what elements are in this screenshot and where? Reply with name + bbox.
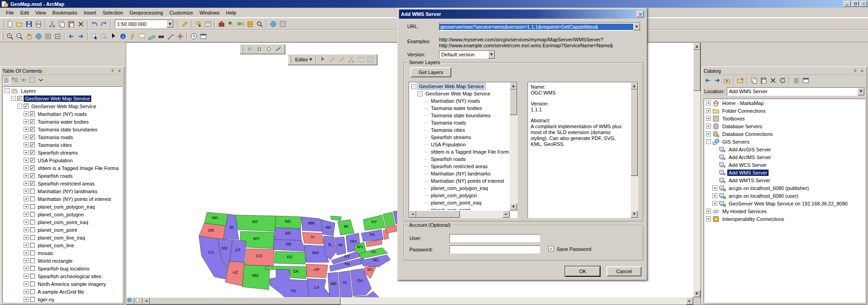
pan-button[interactable] — [25, 32, 34, 41]
location-combobox[interactable]: Add WMS Server ▼ — [727, 87, 865, 96]
catalog-item[interactable]: +Interoperability Connections — [704, 215, 865, 223]
scroll-thumb[interactable] — [631, 90, 638, 176]
scroll-thumb[interactable] — [150, 297, 340, 305]
dialog-title-bar[interactable]: Add WMS Server — [399, 10, 646, 19]
wms-tree-layer[interactable]: sfdem is a Tagged Image File Form — [409, 148, 509, 155]
toc-layer[interactable]: +Spearfish archeological sites — [3, 272, 122, 280]
visibility-checkbox[interactable] — [30, 227, 35, 232]
expand-toggle[interactable]: + — [712, 201, 717, 206]
toc-layer[interactable]: +planet_osm_polygon — [3, 210, 122, 218]
cancel-button[interactable]: Cancel — [607, 266, 641, 276]
expand-toggle[interactable]: - — [5, 88, 10, 93]
visibility-checkbox[interactable]: ✓ — [30, 173, 35, 178]
toc-layer[interactable]: +World rectangle — [3, 257, 122, 265]
expand-toggle[interactable]: + — [24, 227, 29, 232]
fixed-zoom-in-button[interactable] — [44, 32, 53, 41]
wms-tree-group[interactable]: -GeoServer Web Map Service — [409, 90, 509, 97]
time-slider-button[interactable] — [189, 32, 198, 41]
visibility-checkbox[interactable]: ✓ — [30, 111, 35, 116]
expand-toggle[interactable]: + — [24, 297, 29, 302]
restore-button[interactable] — [852, 1, 859, 7]
expand-toggle[interactable]: + — [706, 124, 711, 129]
edit-pencil-button[interactable] — [180, 20, 189, 29]
close-icon[interactable] — [116, 68, 123, 74]
catalog-item[interactable]: +Database Connections — [704, 130, 865, 138]
expand-toggle[interactable]: + — [24, 235, 29, 240]
url-dropdown-arrow[interactable]: ▼ — [633, 23, 640, 30]
select-elements-button[interactable] — [109, 32, 118, 41]
toc-layer[interactable]: +✓Tasmania roads — [3, 133, 122, 141]
catalog-window-button[interactable] — [246, 20, 255, 29]
select-elements-button[interactable] — [318, 55, 327, 64]
visibility-checkbox[interactable] — [30, 250, 35, 255]
toc-layer[interactable]: +North America sample imagery — [3, 280, 122, 288]
zoom-in-button[interactable] — [5, 32, 15, 41]
wms-tree-layer[interactable]: Spearfish restricted areas — [409, 163, 509, 170]
create-features-button[interactable] — [337, 55, 346, 64]
url-combobox[interactable]: geoserver/ows?service=wms&version=1.1.1&… — [439, 22, 641, 31]
scroll-down-arrow[interactable]: ▼ — [631, 210, 638, 218]
ok-button[interactable]: OK — [565, 266, 600, 276]
arcscene-button[interactable] — [278, 20, 287, 29]
zoom-out-button[interactable] — [15, 32, 24, 41]
wms-tree-layer[interactable]: Tasmania water bodies — [409, 105, 509, 112]
catalog-item[interactable]: +Folder Connections — [704, 107, 865, 115]
split-tool-button[interactable] — [347, 55, 356, 64]
wms-tree-layer[interactable]: planet_osm_polygon — [409, 192, 509, 199]
toc-layer[interactable]: +✓Manhattan (NY) roads — [3, 110, 122, 118]
location-dropdown-arrow[interactable]: ▼ — [858, 88, 864, 95]
wms-tree-layer[interactable]: planet_osm_point_iraq — [409, 199, 509, 206]
catalog-item[interactable]: +arcgis on localhost_6080 (user) — [704, 192, 865, 200]
expand-toggle[interactable]: + — [24, 150, 29, 155]
toc-layer[interactable]: +planet_osm_point_iraq — [3, 218, 122, 226]
catalog-item[interactable]: +Home - MarkaMap — [704, 99, 865, 107]
expand-toggle[interactable]: + — [24, 165, 29, 170]
wms-tree-layer[interactable]: Spearfish roads — [409, 155, 509, 163]
toc-layer[interactable]: +planet_osm_polygon_iraq — [3, 203, 122, 210]
add-data-button[interactable] — [194, 20, 203, 29]
pencil-tool-button[interactable] — [328, 55, 337, 64]
save-button[interactable] — [25, 20, 34, 29]
print-button[interactable] — [34, 20, 43, 29]
list-source-button[interactable] — [11, 76, 19, 84]
expand-toggle[interactable]: + — [24, 212, 29, 217]
toc-layer[interactable]: +planet_osm_point — [3, 226, 122, 234]
visibility-checkbox[interactable]: ✓ — [30, 142, 35, 147]
wms-tree-layer[interactable]: Spearfish streams — [409, 134, 509, 141]
minimize-button[interactable] — [843, 1, 851, 7]
identify-button[interactable]: i — [118, 32, 128, 41]
dialog-close-button[interactable] — [636, 11, 644, 17]
toc-layer[interactable]: +✓Tasmania cities — [3, 141, 122, 149]
catalog-item[interactable]: +GeoServer Web Map Service on 192.168.36… — [704, 200, 865, 207]
expand-toggle[interactable]: + — [706, 131, 711, 136]
fixed-zoom-out-button[interactable] — [53, 32, 62, 41]
visibility-checkbox[interactable] — [30, 220, 35, 225]
catalog-item[interactable]: Add WMS Server — [704, 169, 865, 176]
scale-dropdown-arrow[interactable]: ▼ — [167, 20, 173, 28]
toc-layer[interactable]: +Manhattan (NY) points of interest — [3, 195, 122, 203]
undo-button[interactable] — [90, 20, 99, 29]
expand-toggle[interactable]: + — [24, 250, 29, 255]
catalog-item[interactable]: +My Hosted Services — [704, 207, 865, 215]
delete-button[interactable] — [76, 20, 85, 29]
close-icon[interactable] — [858, 68, 865, 74]
back-button[interactable] — [703, 76, 712, 85]
visibility-checkbox[interactable] — [30, 189, 35, 194]
visibility-checkbox[interactable]: ✓ — [30, 119, 35, 124]
toc-group[interactable]: -✓GeoServer Web Map Service — [3, 95, 122, 102]
catalog-item[interactable]: Add WMTS Server — [704, 176, 865, 184]
catalog-item[interactable]: +Toolboxes — [704, 115, 865, 122]
html-popup-button[interactable] — [138, 32, 147, 41]
expand-toggle[interactable]: + — [712, 193, 717, 198]
visibility-checkbox[interactable]: ✓ — [30, 135, 35, 140]
visibility-checkbox[interactable]: ✓ — [30, 181, 35, 186]
tree-horizontal-scrollbar[interactable]: ◄ ► — [409, 210, 510, 218]
catalog-item[interactable]: Add WCS Server — [704, 161, 865, 169]
go-to-xy-button[interactable] — [176, 32, 185, 41]
toc-layer[interactable]: +✓Spearfish restricted areas — [3, 180, 122, 187]
forward-button[interactable] — [76, 32, 85, 41]
select-features-button[interactable] — [90, 32, 99, 41]
snap-edge-button[interactable] — [274, 45, 283, 54]
scroll-left-arrow[interactable]: ◄ — [143, 297, 150, 305]
expand-toggle[interactable]: + — [24, 258, 29, 263]
